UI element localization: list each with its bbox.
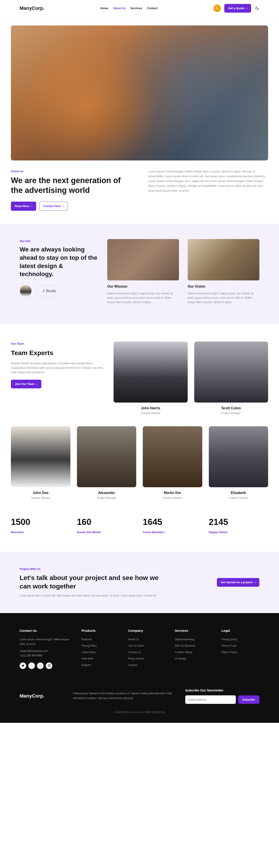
footer-link[interactable]: Features xyxy=(82,637,119,642)
mission-text: Nulla eu elementum quam. magna purus, ne… xyxy=(107,291,179,305)
footer-products-title: Products xyxy=(82,628,119,633)
linkedin-icon[interactable]: in xyxy=(37,662,44,669)
counter-value: 1645 xyxy=(143,515,202,528)
member-name: Martin Ker xyxy=(143,490,202,496)
member-name: Alexander xyxy=(77,490,136,496)
search-button[interactable] xyxy=(214,5,221,12)
footer-link[interactable]: Support xyxy=(82,663,119,668)
counter-item: 1500Branches xyxy=(11,515,71,534)
team-section: Our Team Team Experts Aliquam blandit ve… xyxy=(11,324,268,552)
counter-label: Happy Clients xyxy=(209,530,268,534)
join-team-button[interactable]: Join Our Team» xyxy=(11,380,41,389)
footer-link[interactable]: Contact us xyxy=(128,650,166,655)
footer-bottom-text: Pellentesque habitant morbi tristique se… xyxy=(73,691,176,701)
moon-icon xyxy=(255,6,259,10)
founder-avatar xyxy=(20,285,32,297)
footer-link[interactable]: Terms of use xyxy=(221,644,259,648)
member-role: Solution Director xyxy=(163,496,182,499)
footer-link[interactable]: Help desk xyxy=(82,656,119,661)
nav-services[interactable]: Services xyxy=(130,6,142,10)
footer-link[interactable]: Privacy policy xyxy=(221,637,259,642)
brand-logo[interactable]: ManyCorp. xyxy=(20,5,45,12)
counter-value: 160 xyxy=(77,515,136,528)
footer-link[interactable]: Pricing Plans xyxy=(82,644,119,648)
footer-brand[interactable]: ManyCorp. xyxy=(20,692,64,700)
contact-now-button[interactable]: Contact Now» xyxy=(39,202,68,211)
counters-row: 1500Branches 160Events Per Month 1645Act… xyxy=(11,515,268,534)
member-name: John Harris xyxy=(114,406,188,411)
footer-legal-title: Legal xyxy=(221,628,259,633)
member-photo xyxy=(143,426,202,487)
footer-phone[interactable]: +(21) 255 999 8888 xyxy=(20,654,43,657)
hero-description: Lorem ipsum viverra feugiat. Pellen tesq… xyxy=(148,169,268,193)
get-quote-button[interactable]: Get a Quote» xyxy=(224,4,251,12)
member-photo xyxy=(77,426,136,487)
search-icon xyxy=(216,7,219,10)
footer-link[interactable]: UI Design xyxy=(175,656,213,661)
cta-eyebrow: Project With Us xyxy=(20,567,162,571)
counter-item: 1645Active Members xyxy=(143,515,202,534)
twitter-icon[interactable] xyxy=(20,662,26,669)
member-name: John Doe xyxy=(11,490,71,496)
footer-company-title: Company xyxy=(128,628,166,633)
hero-title: We are the next generation of the advert… xyxy=(11,176,131,195)
svg-point-4 xyxy=(50,665,50,665)
footer-link[interactable]: Join our team xyxy=(128,644,166,648)
member-role: Solution Director xyxy=(31,496,50,499)
info-title: We are always looking ahead to stay on t… xyxy=(20,245,99,278)
cta-section: Project With Us Let's talk about your pr… xyxy=(0,552,279,613)
footer-contact-title: Contact Us xyxy=(20,628,73,633)
get-started-button[interactable]: Get started on a project» xyxy=(217,578,259,587)
member-photo xyxy=(11,426,71,487)
chevron-right-icon: » xyxy=(36,382,37,386)
team-member: Alexander Project Manager xyxy=(77,426,136,500)
subscribe-button[interactable]: Subscibe xyxy=(238,695,259,704)
facebook-icon[interactable]: f xyxy=(28,662,35,669)
footer-contact-text: Lorem ipsum viverra feugiat. Pellen tesq… xyxy=(20,637,73,647)
footer-products: Products Features Pricing Plans Latest N… xyxy=(82,628,119,669)
nav-home[interactable]: Home xyxy=(100,6,108,10)
cta-title: Let's talk about your project and see ho… xyxy=(20,574,162,590)
member-photo xyxy=(209,426,268,487)
member-role: Project Manager xyxy=(97,496,116,499)
hero-image xyxy=(11,26,268,160)
team-member: Elizabeth Creative Director xyxy=(209,426,268,500)
hero-section: About Us We are the next generation of t… xyxy=(11,17,268,224)
mission-card: Our Mission Nulla eu elementum quam. mag… xyxy=(107,239,179,305)
cta-text: Lorem ipsum dolor sit amet elit. Velit b… xyxy=(20,593,162,598)
footer-link[interactable]: Return Policy xyxy=(221,650,259,655)
counter-label: Events Per Month xyxy=(77,530,136,534)
nav-about[interactable]: About Us xyxy=(113,6,125,10)
newsletter-title: Subcribe Our Newsletter xyxy=(185,688,259,693)
primary-nav: Home About Us Services Contact xyxy=(100,6,157,10)
chevron-right-icon: » xyxy=(246,6,247,10)
footer-link[interactable]: Careers xyxy=(128,663,166,668)
chevron-right-icon: » xyxy=(254,581,255,584)
counter-label: Active Members xyxy=(143,530,202,534)
member-name: Scott Colon xyxy=(194,406,268,411)
chevron-right-icon: » xyxy=(62,205,64,208)
footer-link[interactable]: SEO for Business xyxy=(175,644,213,648)
instagram-icon[interactable] xyxy=(46,662,52,669)
footer-link[interactable]: Press release xyxy=(128,656,166,661)
svg-point-0 xyxy=(216,7,218,9)
nav-contact[interactable]: Contact xyxy=(147,6,157,10)
read-more-button[interactable]: Read More» xyxy=(11,202,36,211)
site-header: ManyCorp. Home About Us Services Contact… xyxy=(0,0,279,17)
footer-email[interactable]: support@manycorp.com xyxy=(20,649,48,652)
theme-toggle[interactable] xyxy=(255,6,259,11)
newsletter-input[interactable] xyxy=(185,695,236,704)
footer-link[interactable]: About Us xyxy=(128,637,166,642)
team-member: John Doe Solution Director xyxy=(11,426,71,500)
hero-eyebrow: About Us xyxy=(11,169,131,174)
footer-link[interactable]: Content writing xyxy=(175,650,213,655)
vision-text: Nulla eu elementum quam. magna purus, ne… xyxy=(188,291,259,305)
footer-services-title: Services xyxy=(175,628,213,633)
footer-link[interactable]: Digital Marketing xyxy=(175,637,213,642)
footer-company: Company About Us Join our team Contact u… xyxy=(128,628,166,669)
member-photo xyxy=(114,342,188,403)
svg-line-1 xyxy=(217,9,218,9)
footer-link[interactable]: Latest News xyxy=(82,650,119,655)
mission-title: Our Mission xyxy=(107,284,179,289)
info-eyebrow: Our Info xyxy=(20,239,99,243)
